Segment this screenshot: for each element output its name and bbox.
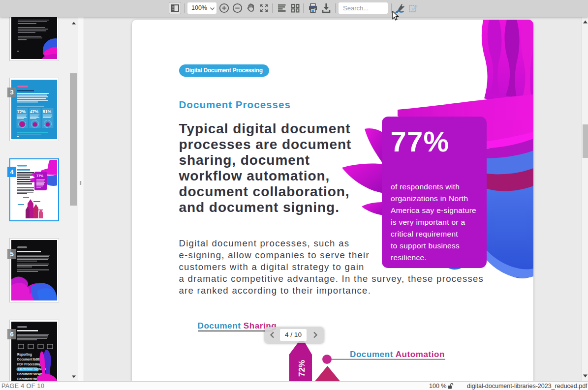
svg-text:47%: 47% [30,109,38,114]
svg-text:51%: 51% [43,109,51,114]
svg-text:PDF Processing: PDF Processing [17,362,41,366]
svg-text:Reporting: Reporting [17,353,32,357]
svg-text:72%: 72% [297,360,307,377]
svg-text:77%: 77% [36,174,44,178]
svg-text:72%: 72% [17,109,26,114]
